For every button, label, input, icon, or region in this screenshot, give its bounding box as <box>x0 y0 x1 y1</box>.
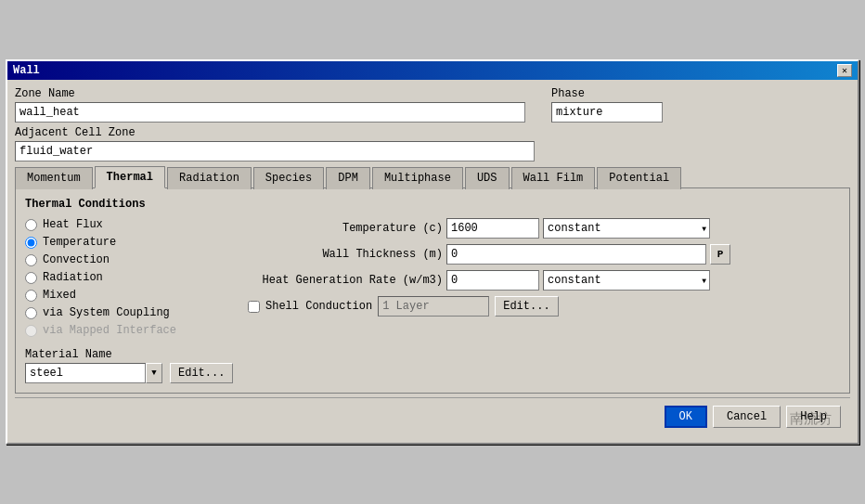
tab-uds[interactable]: UDS <box>465 167 510 189</box>
radio-mixed-input[interactable] <box>25 290 37 302</box>
tab-potential[interactable]: Potential <box>597 167 681 189</box>
radio-mixed[interactable]: Mixed <box>25 289 229 302</box>
radio-convection-input[interactable] <box>25 254 37 266</box>
tab-thermal[interactable]: Thermal <box>95 166 165 188</box>
radio-temperature-input[interactable] <box>25 237 37 249</box>
radio-temperature-label: Temperature <box>43 236 116 249</box>
material-row: steel ▼ Edit... <box>25 363 229 383</box>
right-column: Temperature (c) constant Wall Thickness … <box>248 218 840 383</box>
radio-mixed-label: Mixed <box>43 289 76 302</box>
layer-input <box>378 296 489 317</box>
material-edit-button[interactable]: Edit... <box>170 363 233 383</box>
close-button[interactable]: ✕ <box>837 64 852 77</box>
temperature-dropdown[interactable]: constant <box>543 218 710 239</box>
shell-conduction-row: Shell Conduction Edit... <box>248 296 840 317</box>
radio-heat-flux-input[interactable] <box>25 219 37 231</box>
heat-gen-input[interactable] <box>446 270 539 291</box>
wall-thickness-row: Wall Thickness (m) P <box>248 244 840 265</box>
tab-multiphase[interactable]: Multiphase <box>372 167 463 189</box>
radio-heat-flux-label: Heat Flux <box>43 218 103 231</box>
thermal-conditions-title: Thermal Conditions <box>25 198 840 211</box>
temperature-input[interactable] <box>446 218 539 239</box>
material-select[interactable]: steel <box>25 363 146 383</box>
radio-via-mapped: via Mapped Interface <box>25 324 229 337</box>
temperature-row: Temperature (c) constant <box>248 218 840 239</box>
tab-wall-film[interactable]: Wall Film <box>511 167 596 189</box>
zone-name-input[interactable] <box>15 102 525 123</box>
radio-radiation[interactable]: Radiation <box>25 271 229 284</box>
ok-button[interactable]: OK <box>665 406 707 428</box>
window-body: Zone Name Phase Adjacent Cell Zone Momen… <box>7 80 858 443</box>
material-dropdown-wrapper: steel ▼ <box>25 363 162 383</box>
zone-phase-row: Zone Name Phase <box>15 87 850 123</box>
bottom-bar: 南流坊 OK Cancel Help <box>15 397 850 435</box>
zone-name-group: Zone Name <box>15 87 525 123</box>
heat-gen-dropdown-wrapper: constant <box>543 270 710 291</box>
heat-gen-row: Heat Generation Rate (w/m3) constant <box>248 270 840 291</box>
radio-convection-label: Convection <box>43 253 110 266</box>
wall-thickness-input[interactable] <box>446 244 706 265</box>
phase-input[interactable] <box>551 102 663 123</box>
material-name-label: Material Name <box>25 348 229 361</box>
tab-species[interactable]: Species <box>253 167 324 189</box>
phase-label: Phase <box>551 87 663 100</box>
radio-via-mapped-label: via Mapped Interface <box>43 324 176 337</box>
radio-via-system-label: via System Coupling <box>43 306 170 319</box>
shell-conduction-checkbox[interactable] <box>248 301 260 313</box>
title-bar: Wall ✕ <box>7 61 858 80</box>
left-column: Heat Flux Temperature Convection <box>25 218 229 383</box>
heat-gen-label: Heat Generation Rate (w/m3) <box>248 274 443 287</box>
radio-radiation-input[interactable] <box>25 272 37 284</box>
zone-name-label: Zone Name <box>15 87 525 100</box>
content-area: Thermal Conditions Heat Flux Temperature <box>15 188 850 394</box>
wall-thickness-label: Wall Thickness (m) <box>248 248 443 261</box>
two-column-layout: Heat Flux Temperature Convection <box>25 218 840 383</box>
adjacent-cell-zone-label: Adjacent Cell Zone <box>15 126 850 139</box>
adjacent-cell-zone-group: Adjacent Cell Zone <box>15 126 850 162</box>
tab-dpm[interactable]: DPM <box>326 167 370 189</box>
shell-edit-button[interactable]: Edit... <box>495 296 558 317</box>
radio-temperature[interactable]: Temperature <box>25 236 229 249</box>
radio-via-mapped-input <box>25 325 37 337</box>
tabs-container: Momentum Thermal Radiation Species DPM M… <box>15 165 850 188</box>
tab-momentum[interactable]: Momentum <box>15 167 93 189</box>
shell-conduction-label: Shell Conduction <box>265 300 372 313</box>
material-dropdown-arrow[interactable]: ▼ <box>146 363 162 383</box>
temperature-dropdown-wrapper: constant <box>543 218 710 239</box>
window-title: Wall <box>13 64 40 77</box>
radio-radiation-label: Radiation <box>43 271 103 284</box>
tab-radiation[interactable]: Radiation <box>167 167 252 189</box>
material-section: Material Name steel ▼ Edit... <box>25 348 229 383</box>
temperature-label: Temperature (c) <box>248 222 443 235</box>
cancel-button[interactable]: Cancel <box>713 406 781 428</box>
title-bar-buttons: ✕ <box>837 64 852 77</box>
radio-via-system[interactable]: via System Coupling <box>25 306 229 319</box>
wall-dialog: Wall ✕ Zone Name Phase Adjacent Cell Zo <box>6 59 859 445</box>
radio-convection[interactable]: Convection <box>25 253 229 266</box>
heat-gen-dropdown[interactable]: constant <box>543 270 710 291</box>
adjacent-cell-zone-input[interactable] <box>15 141 535 162</box>
p-button[interactable]: P <box>710 244 730 265</box>
radio-heat-flux[interactable]: Heat Flux <box>25 218 229 231</box>
watermark: 南流坊 <box>790 410 832 428</box>
radio-via-system-input[interactable] <box>25 307 37 319</box>
radio-group: Heat Flux Temperature Convection <box>25 218 229 337</box>
phase-group: Phase <box>551 87 663 123</box>
